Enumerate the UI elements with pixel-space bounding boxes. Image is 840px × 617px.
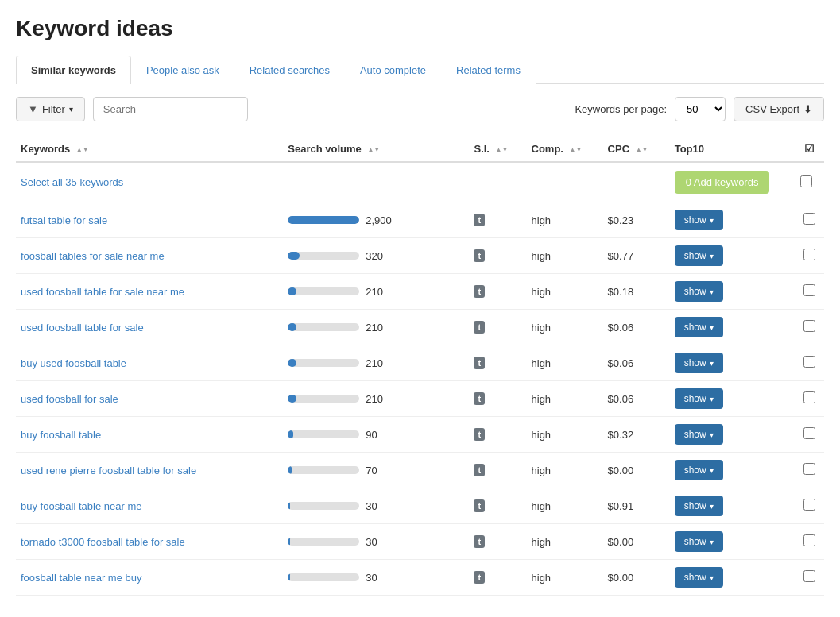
show-top10-button[interactable]: show ▾ <box>675 317 723 337</box>
sort-arrows-si[interactable]: ▲▼ <box>496 146 509 153</box>
tab-similar-keywords[interactable]: Similar keywords <box>16 56 131 84</box>
cpc-value: $0.77 <box>603 238 670 274</box>
tab-autocomplete[interactable]: Auto complete <box>345 56 441 84</box>
volume-bar-fill <box>288 323 296 331</box>
row-checkbox[interactable] <box>803 463 815 475</box>
volume-bar-track <box>288 216 359 224</box>
volume-bar-cell: 30 <box>288 536 464 548</box>
row-checkbox[interactable] <box>803 356 815 368</box>
cpc-value: $0.00 <box>603 453 670 488</box>
search-input[interactable] <box>93 97 248 121</box>
sort-arrows-volume[interactable]: ▲▼ <box>367 146 380 153</box>
comp-value: high <box>527 310 603 345</box>
volume-number: 90 <box>366 429 394 441</box>
show-top10-button[interactable]: show ▾ <box>675 567 723 588</box>
keyword-link[interactable]: foosball table near me buy <box>21 572 141 584</box>
row-checkbox[interactable] <box>803 570 815 582</box>
chevron-down-icon: ▾ <box>710 430 714 439</box>
chevron-down-icon: ▾ <box>710 287 714 296</box>
si-badge: t <box>474 392 485 405</box>
keyword-link[interactable]: buy foosball table <box>21 429 101 441</box>
volume-bar-cell: 210 <box>288 357 464 369</box>
volume-bar-cell: 90 <box>288 429 464 441</box>
csv-export-button[interactable]: CSV Export ⬇ <box>734 97 824 121</box>
row-checkbox[interactable] <box>803 284 815 296</box>
show-top10-button[interactable]: show ▾ <box>675 424 723 445</box>
keyword-link[interactable]: used rene pierre foosball table for sale <box>21 465 196 476</box>
tab-related-terms[interactable]: Related terms <box>441 56 536 84</box>
row-checkbox[interactable] <box>803 534 815 546</box>
volume-number: 70 <box>366 465 394 476</box>
chevron-down-icon: ▾ <box>710 323 714 332</box>
show-top10-button[interactable]: show ▾ <box>675 245 723 266</box>
comp-value: high <box>527 453 603 488</box>
keyword-link[interactable]: futsal table for sale <box>21 214 107 226</box>
sort-arrows-comp[interactable]: ▲▼ <box>570 146 583 153</box>
keyword-link[interactable]: buy foosball table near me <box>21 500 141 512</box>
comp-value: high <box>527 488 603 524</box>
volume-bar-track <box>288 359 359 367</box>
si-badge: t <box>474 249 485 262</box>
keyword-link[interactable]: buy used foosball table <box>21 357 126 369</box>
keyword-link[interactable]: tornado t3000 foosball table for sale <box>21 536 185 548</box>
tab-related-searches[interactable]: Related searches <box>234 56 345 84</box>
keywords-per-page-label: Keywords per page: <box>575 103 667 115</box>
volume-bar-fill <box>288 359 296 367</box>
chevron-down-icon: ▾ <box>710 466 714 475</box>
volume-number: 210 <box>366 393 394 405</box>
volume-bar-track <box>288 252 359 260</box>
volume-bar-cell: 70 <box>288 465 464 476</box>
toolbar: ▼ Filter ▾ Keywords per page: 50 25 100 … <box>16 97 824 121</box>
volume-bar-track <box>288 323 359 331</box>
volume-bar-fill <box>288 502 290 510</box>
show-top10-button[interactable]: show ▾ <box>675 531 723 552</box>
si-badge: t <box>474 571 485 584</box>
keyword-link[interactable]: used foosball table for sale <box>21 322 144 334</box>
row-checkbox[interactable] <box>803 391 815 403</box>
show-top10-button[interactable]: show ▾ <box>675 353 723 373</box>
row-checkbox[interactable] <box>803 499 815 511</box>
keyword-link[interactable]: foosball tables for sale near me <box>21 250 165 262</box>
si-badge: t <box>474 535 485 548</box>
show-top10-button[interactable]: show ▾ <box>675 281 723 302</box>
keyword-link[interactable]: used foosball for sale <box>21 393 118 405</box>
volume-number: 2,900 <box>366 214 394 226</box>
volume-bar-track <box>288 395 359 403</box>
volume-number: 210 <box>366 322 394 334</box>
add-keywords-button[interactable]: 0 Add keywords <box>675 171 770 194</box>
row-checkbox[interactable] <box>803 213 815 225</box>
sort-arrows-keywords[interactable]: ▲▼ <box>76 146 89 153</box>
filter-icon: ▼ <box>28 103 38 115</box>
row-checkbox[interactable] <box>803 320 815 332</box>
si-badge: t <box>474 499 485 512</box>
show-top10-button[interactable]: show ▾ <box>675 460 723 480</box>
keyword-link[interactable]: used foosball table for sale near me <box>21 286 184 298</box>
header-check-icon: ☑ <box>804 142 815 155</box>
select-all-row: Select all 35 keywords 0 Add keywords <box>16 162 824 202</box>
toolbar-right: Keywords per page: 50 25 100 CSV Export … <box>575 97 824 121</box>
show-top10-button[interactable]: show ▾ <box>675 388 723 409</box>
cpc-value: $0.06 <box>603 381 670 417</box>
volume-bar-cell: 210 <box>288 322 464 334</box>
row-checkbox[interactable] <box>803 427 815 439</box>
table-row: buy used foosball table210thigh$0.06show… <box>16 345 824 381</box>
download-icon: ⬇ <box>803 103 812 115</box>
sort-arrows-cpc[interactable]: ▲▼ <box>636 146 648 153</box>
table-row: foosball table near me buy30thigh$0.00sh… <box>16 560 824 596</box>
comp-value: high <box>527 238 603 274</box>
col-header-keywords: Keywords ▲▼ <box>16 136 283 162</box>
comp-value: high <box>527 560 603 596</box>
select-all-link[interactable]: Select all 35 keywords <box>21 176 123 188</box>
page-title: Keyword ideas <box>16 16 824 41</box>
filter-button[interactable]: ▼ Filter ▾ <box>16 97 85 121</box>
tab-people-also-ask[interactable]: People also ask <box>131 56 234 84</box>
show-top10-button[interactable]: show ▾ <box>675 210 723 230</box>
volume-bar-cell: 210 <box>288 393 464 405</box>
show-top10-button[interactable]: show ▾ <box>675 496 723 516</box>
select-all-checkbox[interactable] <box>800 175 812 187</box>
keywords-per-page-select[interactable]: 50 25 100 <box>675 97 726 121</box>
cpc-value: $0.91 <box>603 488 670 524</box>
si-badge: t <box>474 214 485 226</box>
row-checkbox[interactable] <box>803 249 815 260</box>
chevron-down-icon: ▾ <box>710 538 714 546</box>
